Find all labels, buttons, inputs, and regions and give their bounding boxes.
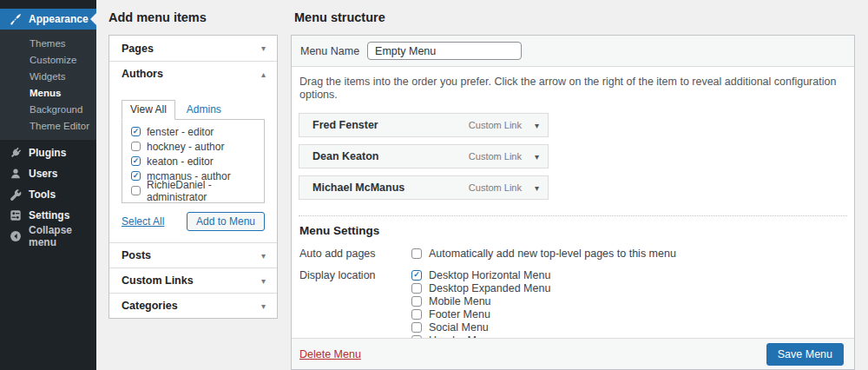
chevron-down-icon: ▾: [261, 43, 266, 53]
author-row: hockney - author: [131, 139, 264, 154]
author-label: hockney - author: [147, 141, 224, 153]
accordion-custom-links-label: Custom Links: [122, 274, 194, 287]
sidebar-subitem-background[interactable]: Background: [0, 101, 96, 117]
users-icon: [10, 168, 22, 180]
auto-add-pages-option: Automatically add new top-level pages to…: [411, 247, 676, 260]
accordion-posts-label: Posts: [122, 249, 151, 261]
sidebar-main-menu: PluginsUsersToolsSettings: [0, 140, 96, 226]
location-mobile-menu-checkbox[interactable]: [411, 296, 422, 307]
location-mobile-menu-label: Mobile Menu: [429, 295, 491, 307]
menu-name-row: Menu Name: [292, 36, 854, 67]
location-footer-menu-row: Footer Menu: [411, 307, 550, 320]
location-footer-menu-checkbox[interactable]: [411, 309, 422, 320]
save-menu-button[interactable]: Save Menu: [766, 343, 844, 366]
plugins-icon: [10, 147, 22, 159]
location-footer-menu-label: Footer Menu: [429, 308, 490, 320]
menu-item-fred-fenster[interactable]: Fred FensterCustom Link▾: [299, 113, 549, 137]
accordion-pages[interactable]: Pages ▾: [109, 36, 277, 61]
sidebar-subitem-customize[interactable]: Customize: [0, 51, 96, 68]
author-row: keaton - editor: [131, 154, 264, 168]
author-checkbox-checked[interactable]: [131, 171, 141, 181]
sidebar-item-settings[interactable]: Settings: [0, 205, 96, 226]
accordion-posts[interactable]: Posts ▾: [109, 242, 277, 268]
author-row: fenster - editor: [131, 124, 264, 139]
menu-name-label: Menu Name: [300, 45, 359, 57]
accordion-categories-label: Categories: [122, 300, 178, 312]
location-desktop-expanded-menu-row: Desktop Expanded Menu: [411, 281, 550, 294]
chevron-down-icon[interactable]: ▾: [535, 121, 539, 130]
authors-actions: Select All Add to Menu: [122, 212, 265, 231]
sidebar-item-plugins[interactable]: Plugins: [0, 142, 96, 163]
accordion-categories[interactable]: Categories ▾: [109, 293, 277, 318]
author-checkbox[interactable]: [131, 142, 141, 151]
accordion-authors-label: Authors: [122, 68, 163, 80]
menu-item-type: Custom Link: [469, 151, 522, 162]
location-social-menu-label: Social Menu: [429, 321, 489, 334]
sidebar-item-label: Appearance: [29, 13, 89, 25]
sidebar-item-label: Settings: [29, 209, 69, 221]
sidebar-item-label: Users: [29, 168, 57, 180]
location-desktop-expanded-menu-checkbox[interactable]: [411, 283, 422, 294]
menu-footer-bar: Delete Menu Save Menu: [292, 338, 854, 369]
appearance-icon: [10, 13, 22, 25]
menu-name-input[interactable]: [367, 42, 522, 60]
admin-sidebar: Appearance ThemesCustomizeWidgetsMenusBa…: [0, 0, 96, 370]
accordion-custom-links[interactable]: Custom Links ▾: [109, 268, 277, 293]
settings-separator: [299, 215, 847, 216]
tab-admins[interactable]: Admins: [187, 103, 221, 120]
chevron-down-icon[interactable]: ▾: [535, 183, 539, 193]
author-checkbox[interactable]: [131, 186, 141, 195]
location-social-menu-checkbox[interactable]: [411, 322, 422, 333]
author-label: keaton - editor: [147, 155, 214, 168]
menu-item-type: Custom Link: [469, 182, 522, 193]
delete-menu-link[interactable]: Delete Menu: [299, 348, 361, 360]
author-checkbox-checked[interactable]: [131, 127, 141, 136]
tab-view-all[interactable]: View All: [122, 100, 175, 120]
authors-panel-body: View All Admins fenster - editorhockney …: [109, 86, 277, 242]
accordion-authors[interactable]: Authors ▴: [109, 61, 277, 86]
location-mobile-menu-row: Mobile Menu: [411, 294, 550, 307]
location-social-menu-row: Social Menu: [411, 320, 550, 334]
author-checkbox-checked[interactable]: [131, 156, 141, 166]
menu-item-label: Dean Keaton: [312, 150, 378, 162]
location-desktop-expanded-menu-label: Desktop Expanded Menu: [429, 282, 550, 294]
menu-item-label: Michael McManus: [312, 182, 404, 194]
chevron-down-icon: ▾: [261, 276, 266, 286]
auto-add-checkbox[interactable]: [411, 248, 422, 259]
drag-instruction-text: Drag the items into the order you prefer…: [292, 67, 854, 113]
auto-add-pages-row: Auto add pages Automatically add new top…: [299, 247, 854, 260]
add-menu-items-panel: Pages ▾ Authors ▴ View All Admins fenste…: [108, 35, 278, 319]
sidebar-item-label: Plugins: [29, 147, 66, 159]
sidebar-subitem-menus[interactable]: Menus: [0, 84, 96, 101]
sidebar-item-users[interactable]: Users: [0, 163, 96, 184]
add-to-menu-button[interactable]: Add to Menu: [187, 212, 265, 231]
menu-structure-panel: Menu Name Drag the items into the order …: [291, 35, 855, 370]
collapse-icon: [10, 230, 22, 242]
author-label: fenster - editor: [147, 126, 214, 138]
sidebar-subitem-theme-editor[interactable]: Theme Editor: [0, 117, 96, 134]
sidebar-item-tools[interactable]: Tools: [0, 184, 96, 205]
select-all-link[interactable]: Select All: [122, 215, 164, 228]
location-desktop-horizontal-menu-checkbox-checked[interactable]: [411, 270, 422, 281]
active-item-arrow-icon: [90, 13, 96, 25]
chevron-down-icon[interactable]: ▾: [535, 152, 539, 162]
menu-structure-title: Menu structure: [294, 10, 385, 24]
chevron-down-icon: ▾: [261, 301, 266, 311]
sidebar-subitem-themes[interactable]: Themes: [0, 35, 96, 51]
menu-item-michael-mcmanus[interactable]: Michael McManusCustom Link▾: [299, 175, 549, 200]
location-desktop-horizontal-menu-label: Desktop Horizontal Menu: [429, 269, 550, 281]
sidebar-subitem-widgets[interactable]: Widgets: [0, 68, 96, 84]
auto-add-pages-label: Auto add pages: [299, 247, 411, 260]
tools-icon: [10, 188, 22, 201]
collapse-menu-button[interactable]: Collapse menu: [0, 226, 96, 247]
add-menu-items-title: Add menu items: [108, 10, 207, 24]
settings-icon: [10, 209, 22, 221]
menu-item-dean-keaton[interactable]: Dean KeatonCustom Link▾: [299, 144, 549, 168]
appearance-submenu: ThemesCustomizeWidgetsMenusBackgroundThe…: [0, 30, 96, 140]
menu-item-label: Fred Fenster: [312, 119, 378, 131]
sidebar-item-appearance[interactable]: Appearance: [0, 9, 96, 30]
chevron-down-icon: ▾: [261, 251, 266, 261]
menu-item-type: Custom Link: [469, 120, 522, 130]
author-row: RichieDaniel - administrator: [131, 183, 264, 198]
location-desktop-horizontal-menu-row: Desktop Horizontal Menu: [411, 268, 550, 281]
